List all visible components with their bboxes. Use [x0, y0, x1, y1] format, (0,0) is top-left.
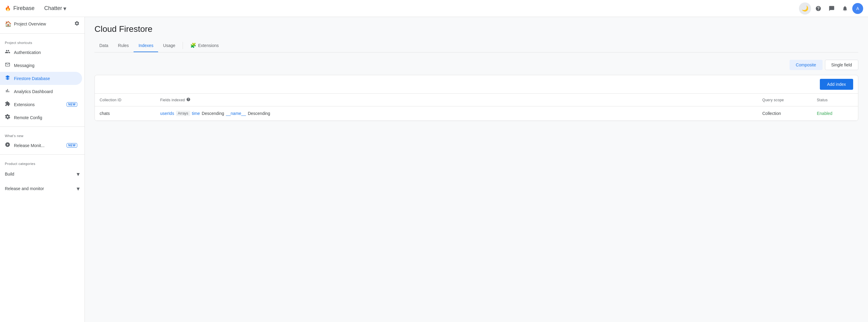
whats-new-label: What's new — [0, 129, 85, 139]
firestore-label: Firestore Database — [14, 76, 77, 81]
release-monitor-label: Release Monit... — [14, 143, 63, 148]
topbar-actions: 🌙 A — [799, 2, 863, 14]
release-and-monitor-section[interactable]: Release and monitor ▾ — [0, 181, 85, 196]
extensions-label: Extensions — [14, 102, 63, 107]
field-name-name: __name__ — [226, 111, 246, 116]
project-selector[interactable]: Chatter ▾ — [42, 3, 69, 14]
index-table: Add index Collection ID Fields indexed Q… — [94, 75, 858, 121]
chat-button[interactable] — [826, 2, 838, 14]
topbar: 🔥 Firebase Chatter ▾ 🌙 A — [0, 0, 868, 17]
sidebar-item-messaging[interactable]: Messaging — [0, 59, 82, 72]
product-categories-label: Product categories — [0, 157, 85, 167]
release-monitor-badge: NEW — [67, 143, 77, 148]
header-query-scope: Query scope — [762, 97, 817, 103]
build-section[interactable]: Build ▾ — [0, 167, 85, 181]
remote-config-icon — [5, 114, 10, 121]
release-chevron-icon: ▾ — [76, 185, 80, 192]
remote-config-label: Remote Config — [14, 115, 77, 120]
sidebar-item-analytics[interactable]: Analytics Dashboard — [0, 85, 82, 98]
sidebar-divider-2 — [0, 126, 85, 127]
project-chevron-icon: ▾ — [63, 5, 66, 12]
field-name-time: time — [192, 111, 200, 116]
release-monitor-icon — [5, 142, 10, 149]
cell-collection-id: chats — [100, 111, 160, 116]
header-fields-indexed: Fields indexed — [160, 97, 762, 103]
release-and-monitor-label: Release and monitor — [5, 186, 44, 191]
help-button[interactable] — [812, 2, 825, 14]
project-overview-label: Project Overview — [14, 22, 46, 26]
flame-icon: 🔥 — [5, 5, 11, 11]
tab-extensions[interactable]: 🧩 Extensions — [185, 39, 223, 53]
field-type-arrays: Arrays — [176, 111, 190, 116]
sidebar-item-extensions[interactable]: Extensions NEW — [0, 98, 82, 111]
messaging-label: Messaging — [14, 63, 77, 68]
tabs: Data Rules Indexes Usage 🧩 Extensions — [94, 39, 858, 53]
firebase-logo-text: Firebase — [13, 5, 34, 11]
messaging-icon — [5, 62, 10, 69]
main-content: Cloud Firestore Data Rules Indexes Usage… — [85, 17, 868, 322]
extensions-tab-label: Extensions — [198, 43, 219, 48]
sidebar-divider-3 — [0, 154, 85, 155]
table-toolbar: Add index — [95, 75, 858, 94]
header-status: Status — [817, 97, 853, 103]
user-avatar[interactable]: A — [852, 3, 863, 14]
cell-fields: userIds Arrays time Descending __name__ … — [160, 111, 762, 116]
authentication-icon — [5, 49, 10, 56]
field-dir-time: Descending — [202, 111, 224, 116]
field-name-userids: userIds — [160, 111, 174, 116]
tab-usage[interactable]: Usage — [158, 39, 180, 52]
page-title: Cloud Firestore — [94, 24, 858, 34]
sidebar-project-overview[interactable]: 🏠 Project Overview — [0, 17, 85, 31]
cell-query-scope: Collection — [762, 111, 817, 116]
analytics-icon — [5, 88, 10, 95]
app-body: 🏠 Project Overview Project shortcuts Aut… — [0, 17, 868, 322]
header-collection-id: Collection ID — [100, 97, 160, 103]
build-label: Build — [5, 172, 14, 176]
sidebar: 🏠 Project Overview Project shortcuts Aut… — [0, 17, 85, 322]
notifications-button[interactable] — [839, 2, 851, 14]
index-controls: Composite Single field — [94, 60, 858, 70]
sidebar-item-firestore-database[interactable]: Firestore Database — [0, 72, 82, 85]
field-dir-name: Descending — [248, 111, 270, 116]
sidebar-item-release-monitor[interactable]: Release Monit... NEW — [0, 139, 82, 152]
add-index-button[interactable]: Add index — [820, 79, 853, 90]
analytics-label: Analytics Dashboard — [14, 89, 77, 94]
tab-indexes[interactable]: Indexes — [133, 39, 158, 52]
tab-divider — [183, 42, 183, 49]
authentication-label: Authentication — [14, 50, 77, 55]
cell-status: Enabled — [817, 111, 853, 116]
sidebar-item-authentication[interactable]: Authentication — [0, 46, 82, 59]
extensions-icon — [5, 101, 10, 108]
project-name: Chatter — [44, 5, 62, 11]
tab-rules[interactable]: Rules — [113, 39, 134, 52]
table-row: chats userIds Arrays time Descending __n… — [95, 107, 858, 121]
table-header: Collection ID Fields indexed Query scope… — [95, 94, 858, 107]
composite-toggle[interactable]: Composite — [789, 60, 823, 70]
firebase-logo: 🔥 Firebase — [5, 5, 34, 11]
single-field-toggle[interactable]: Single field — [825, 60, 859, 70]
project-shortcuts-label: Project shortcuts — [0, 36, 85, 46]
settings-icon[interactable] — [74, 21, 80, 27]
sidebar-divider-1 — [0, 33, 85, 34]
build-chevron-icon: ▾ — [76, 170, 80, 178]
sidebar-item-remote-config[interactable]: Remote Config — [0, 111, 82, 124]
extensions-badge: NEW — [67, 102, 77, 107]
firestore-icon — [5, 75, 10, 82]
extensions-tab-icon: 🧩 — [190, 42, 196, 48]
fields-help-icon[interactable] — [186, 97, 190, 103]
tab-data[interactable]: Data — [94, 39, 113, 52]
home-icon: 🏠 — [5, 21, 11, 27]
dark-mode-toggle[interactable]: 🌙 — [799, 2, 811, 14]
